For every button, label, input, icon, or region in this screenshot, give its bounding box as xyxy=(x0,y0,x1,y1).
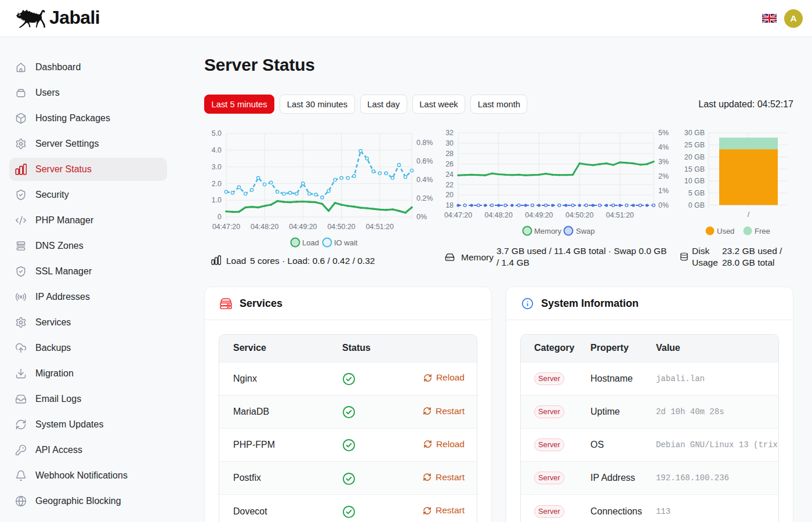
svg-text:5.0: 5.0 xyxy=(212,129,222,137)
svg-text:Used: Used xyxy=(717,227,734,235)
svg-text:3.0: 3.0 xyxy=(212,163,222,171)
svg-text:04:50:20: 04:50:20 xyxy=(327,223,355,231)
svg-text:0.2%: 0.2% xyxy=(416,194,433,202)
svg-text:5%: 5% xyxy=(658,129,669,137)
svg-text:1.0: 1.0 xyxy=(212,196,222,204)
svg-text:04:50:20: 04:50:20 xyxy=(566,211,593,219)
svg-text:0.8%: 0.8% xyxy=(416,139,433,147)
svg-text:22: 22 xyxy=(445,181,454,189)
svg-text:0%: 0% xyxy=(658,201,669,209)
svg-text:IO wait: IO wait xyxy=(334,238,358,247)
svg-text:20: 20 xyxy=(445,191,454,199)
svg-text:0 GB: 0 GB xyxy=(688,201,705,209)
svg-text:0%: 0% xyxy=(416,213,427,221)
svg-text:Free: Free xyxy=(755,227,770,235)
svg-text:10 GB: 10 GB xyxy=(684,177,705,185)
svg-text:0: 0 xyxy=(217,213,222,221)
svg-text:Load: Load xyxy=(302,238,319,247)
svg-text:04:49:20: 04:49:20 xyxy=(525,211,553,219)
svg-text:Swap: Swap xyxy=(576,227,595,235)
svg-text:25 GB: 25 GB xyxy=(684,141,705,149)
svg-text:18: 18 xyxy=(445,201,454,209)
svg-text:1%: 1% xyxy=(658,187,669,195)
svg-text:04:51:20: 04:51:20 xyxy=(366,223,394,231)
svg-text:26: 26 xyxy=(445,160,454,168)
svg-text:0.4%: 0.4% xyxy=(416,176,433,184)
svg-text:5 GB: 5 GB xyxy=(688,189,705,197)
svg-text:Memory: Memory xyxy=(534,227,561,235)
svg-text:4%: 4% xyxy=(658,143,669,151)
svg-text:30: 30 xyxy=(445,139,454,147)
svg-text:30 GB: 30 GB xyxy=(684,129,705,137)
svg-text:24: 24 xyxy=(445,171,454,179)
svg-text:4.0: 4.0 xyxy=(212,146,222,154)
svg-text:04:49:20: 04:49:20 xyxy=(289,223,317,231)
svg-text:15 GB: 15 GB xyxy=(684,165,705,173)
svg-text:20 GB: 20 GB xyxy=(684,153,705,161)
svg-text:3%: 3% xyxy=(658,158,669,166)
svg-text:2%: 2% xyxy=(658,172,669,180)
svg-text:0.6%: 0.6% xyxy=(416,157,433,165)
svg-text:04:47:20: 04:47:20 xyxy=(212,223,240,231)
svg-text:04:48:20: 04:48:20 xyxy=(251,223,278,231)
svg-text:2.0: 2.0 xyxy=(212,180,222,188)
svg-text:04:47:20: 04:47:20 xyxy=(444,211,472,219)
svg-text:28: 28 xyxy=(445,150,454,158)
svg-text:04:48:20: 04:48:20 xyxy=(485,211,513,219)
svg-text:04:51:20: 04:51:20 xyxy=(606,211,634,219)
svg-text:/: / xyxy=(748,211,750,219)
svg-text:32: 32 xyxy=(445,129,454,137)
